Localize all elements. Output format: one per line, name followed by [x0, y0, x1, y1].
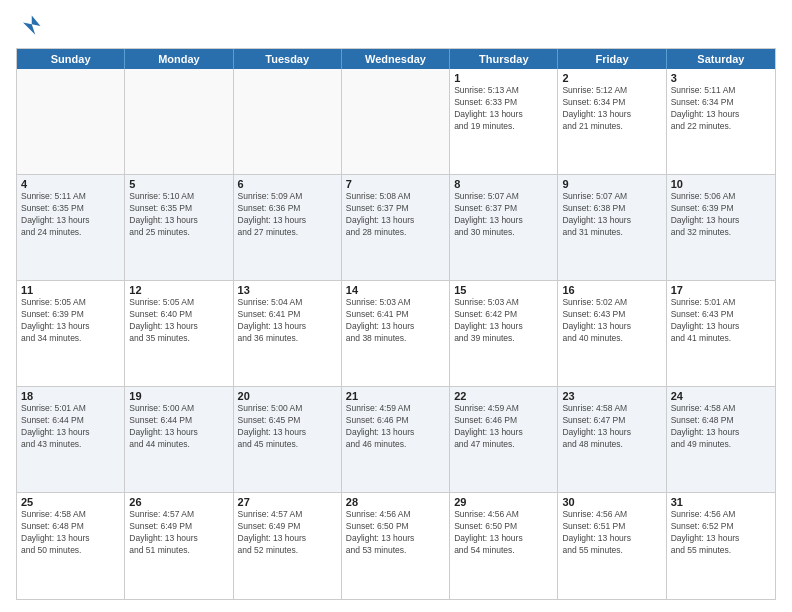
calendar-cell-31: 31Sunrise: 4:56 AM Sunset: 6:52 PM Dayli…: [667, 493, 775, 599]
day-number: 6: [238, 178, 337, 190]
calendar-cell-30: 30Sunrise: 4:56 AM Sunset: 6:51 PM Dayli…: [558, 493, 666, 599]
day-number: 10: [671, 178, 771, 190]
day-number: 1: [454, 72, 553, 84]
calendar-cell-7: 7Sunrise: 5:08 AM Sunset: 6:37 PM Daylig…: [342, 175, 450, 280]
day-info: Sunrise: 5:07 AM Sunset: 6:37 PM Dayligh…: [454, 191, 553, 239]
day-number: 3: [671, 72, 771, 84]
day-number: 18: [21, 390, 120, 402]
day-number: 14: [346, 284, 445, 296]
day-info: Sunrise: 4:57 AM Sunset: 6:49 PM Dayligh…: [129, 509, 228, 557]
calendar-cell-26: 26Sunrise: 4:57 AM Sunset: 6:49 PM Dayli…: [125, 493, 233, 599]
calendar-cell-4: 4Sunrise: 5:11 AM Sunset: 6:35 PM Daylig…: [17, 175, 125, 280]
day-info: Sunrise: 4:58 AM Sunset: 6:48 PM Dayligh…: [21, 509, 120, 557]
calendar-cell-17: 17Sunrise: 5:01 AM Sunset: 6:43 PM Dayli…: [667, 281, 775, 386]
day-number: 26: [129, 496, 228, 508]
day-number: 7: [346, 178, 445, 190]
calendar-cell-21: 21Sunrise: 4:59 AM Sunset: 6:46 PM Dayli…: [342, 387, 450, 492]
calendar-row-5: 25Sunrise: 4:58 AM Sunset: 6:48 PM Dayli…: [17, 493, 775, 599]
calendar-cell-13: 13Sunrise: 5:04 AM Sunset: 6:41 PM Dayli…: [234, 281, 342, 386]
day-number: 5: [129, 178, 228, 190]
day-number: 13: [238, 284, 337, 296]
weekday-header-thursday: Thursday: [450, 49, 558, 69]
calendar-cell-6: 6Sunrise: 5:09 AM Sunset: 6:36 PM Daylig…: [234, 175, 342, 280]
day-number: 21: [346, 390, 445, 402]
day-number: 19: [129, 390, 228, 402]
day-number: 31: [671, 496, 771, 508]
calendar-cell-22: 22Sunrise: 4:59 AM Sunset: 6:46 PM Dayli…: [450, 387, 558, 492]
calendar-cell-16: 16Sunrise: 5:02 AM Sunset: 6:43 PM Dayli…: [558, 281, 666, 386]
day-info: Sunrise: 5:00 AM Sunset: 6:44 PM Dayligh…: [129, 403, 228, 451]
weekday-header-saturday: Saturday: [667, 49, 775, 69]
day-number: 16: [562, 284, 661, 296]
calendar-cell-3: 3Sunrise: 5:11 AM Sunset: 6:34 PM Daylig…: [667, 69, 775, 174]
calendar-cell-11: 11Sunrise: 5:05 AM Sunset: 6:39 PM Dayli…: [17, 281, 125, 386]
calendar-cell-12: 12Sunrise: 5:05 AM Sunset: 6:40 PM Dayli…: [125, 281, 233, 386]
day-info: Sunrise: 5:12 AM Sunset: 6:34 PM Dayligh…: [562, 85, 661, 133]
calendar-cell-empty-0-1: [125, 69, 233, 174]
weekday-header-monday: Monday: [125, 49, 233, 69]
calendar-cell-10: 10Sunrise: 5:06 AM Sunset: 6:39 PM Dayli…: [667, 175, 775, 280]
day-info: Sunrise: 5:06 AM Sunset: 6:39 PM Dayligh…: [671, 191, 771, 239]
day-info: Sunrise: 5:10 AM Sunset: 6:35 PM Dayligh…: [129, 191, 228, 239]
day-info: Sunrise: 4:56 AM Sunset: 6:50 PM Dayligh…: [454, 509, 553, 557]
weekday-header-tuesday: Tuesday: [234, 49, 342, 69]
calendar-cell-5: 5Sunrise: 5:10 AM Sunset: 6:35 PM Daylig…: [125, 175, 233, 280]
calendar-row-3: 11Sunrise: 5:05 AM Sunset: 6:39 PM Dayli…: [17, 281, 775, 387]
calendar-cell-empty-0-0: [17, 69, 125, 174]
day-info: Sunrise: 5:03 AM Sunset: 6:41 PM Dayligh…: [346, 297, 445, 345]
day-number: 30: [562, 496, 661, 508]
day-info: Sunrise: 5:07 AM Sunset: 6:38 PM Dayligh…: [562, 191, 661, 239]
day-number: 28: [346, 496, 445, 508]
weekday-header-wednesday: Wednesday: [342, 49, 450, 69]
day-info: Sunrise: 5:05 AM Sunset: 6:39 PM Dayligh…: [21, 297, 120, 345]
calendar-cell-2: 2Sunrise: 5:12 AM Sunset: 6:34 PM Daylig…: [558, 69, 666, 174]
day-number: 11: [21, 284, 120, 296]
day-info: Sunrise: 4:56 AM Sunset: 6:52 PM Dayligh…: [671, 509, 771, 557]
calendar-cell-9: 9Sunrise: 5:07 AM Sunset: 6:38 PM Daylig…: [558, 175, 666, 280]
day-info: Sunrise: 5:02 AM Sunset: 6:43 PM Dayligh…: [562, 297, 661, 345]
calendar-row-1: 1Sunrise: 5:13 AM Sunset: 6:33 PM Daylig…: [17, 69, 775, 175]
day-info: Sunrise: 5:04 AM Sunset: 6:41 PM Dayligh…: [238, 297, 337, 345]
calendar-row-2: 4Sunrise: 5:11 AM Sunset: 6:35 PM Daylig…: [17, 175, 775, 281]
calendar-cell-empty-0-3: [342, 69, 450, 174]
day-info: Sunrise: 5:03 AM Sunset: 6:42 PM Dayligh…: [454, 297, 553, 345]
day-number: 23: [562, 390, 661, 402]
day-info: Sunrise: 4:59 AM Sunset: 6:46 PM Dayligh…: [454, 403, 553, 451]
day-info: Sunrise: 4:57 AM Sunset: 6:49 PM Dayligh…: [238, 509, 337, 557]
weekday-header-friday: Friday: [558, 49, 666, 69]
day-number: 12: [129, 284, 228, 296]
day-number: 15: [454, 284, 553, 296]
day-info: Sunrise: 5:11 AM Sunset: 6:35 PM Dayligh…: [21, 191, 120, 239]
day-number: 20: [238, 390, 337, 402]
logo-icon: [16, 12, 44, 40]
svg-marker-0: [23, 16, 41, 35]
calendar-header: SundayMondayTuesdayWednesdayThursdayFrid…: [17, 49, 775, 69]
calendar-cell-19: 19Sunrise: 5:00 AM Sunset: 6:44 PM Dayli…: [125, 387, 233, 492]
calendar-cell-25: 25Sunrise: 4:58 AM Sunset: 6:48 PM Dayli…: [17, 493, 125, 599]
day-info: Sunrise: 5:00 AM Sunset: 6:45 PM Dayligh…: [238, 403, 337, 451]
calendar-cell-29: 29Sunrise: 4:56 AM Sunset: 6:50 PM Dayli…: [450, 493, 558, 599]
calendar-row-4: 18Sunrise: 5:01 AM Sunset: 6:44 PM Dayli…: [17, 387, 775, 493]
day-number: 9: [562, 178, 661, 190]
calendar: SundayMondayTuesdayWednesdayThursdayFrid…: [16, 48, 776, 600]
day-info: Sunrise: 5:05 AM Sunset: 6:40 PM Dayligh…: [129, 297, 228, 345]
day-number: 29: [454, 496, 553, 508]
day-number: 27: [238, 496, 337, 508]
day-number: 22: [454, 390, 553, 402]
calendar-cell-8: 8Sunrise: 5:07 AM Sunset: 6:37 PM Daylig…: [450, 175, 558, 280]
day-info: Sunrise: 5:08 AM Sunset: 6:37 PM Dayligh…: [346, 191, 445, 239]
calendar-cell-14: 14Sunrise: 5:03 AM Sunset: 6:41 PM Dayli…: [342, 281, 450, 386]
day-info: Sunrise: 4:58 AM Sunset: 6:47 PM Dayligh…: [562, 403, 661, 451]
day-info: Sunrise: 5:09 AM Sunset: 6:36 PM Dayligh…: [238, 191, 337, 239]
calendar-body: 1Sunrise: 5:13 AM Sunset: 6:33 PM Daylig…: [17, 69, 775, 599]
day-number: 2: [562, 72, 661, 84]
calendar-cell-24: 24Sunrise: 4:58 AM Sunset: 6:48 PM Dayli…: [667, 387, 775, 492]
day-info: Sunrise: 5:11 AM Sunset: 6:34 PM Dayligh…: [671, 85, 771, 133]
calendar-cell-28: 28Sunrise: 4:56 AM Sunset: 6:50 PM Dayli…: [342, 493, 450, 599]
day-info: Sunrise: 5:01 AM Sunset: 6:44 PM Dayligh…: [21, 403, 120, 451]
day-number: 4: [21, 178, 120, 190]
day-info: Sunrise: 4:59 AM Sunset: 6:46 PM Dayligh…: [346, 403, 445, 451]
calendar-cell-27: 27Sunrise: 4:57 AM Sunset: 6:49 PM Dayli…: [234, 493, 342, 599]
day-info: Sunrise: 4:56 AM Sunset: 6:51 PM Dayligh…: [562, 509, 661, 557]
calendar-cell-23: 23Sunrise: 4:58 AM Sunset: 6:47 PM Dayli…: [558, 387, 666, 492]
